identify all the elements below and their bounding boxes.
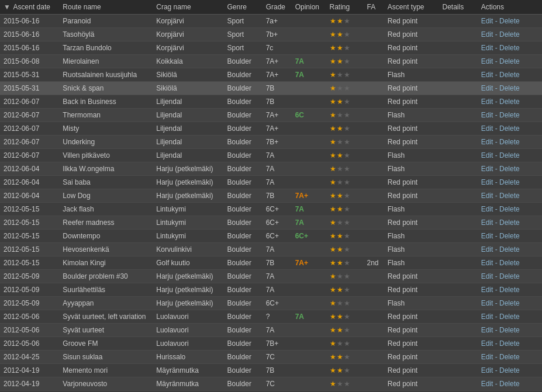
- edit-link[interactable]: Edit: [481, 299, 493, 307]
- edit-link[interactable]: Edit: [481, 313, 493, 321]
- edit-link[interactable]: Edit: [481, 98, 493, 106]
- route-name: Ruotsalainen kuusijuhla: [59, 68, 153, 82]
- star-filled-icon: ★: [337, 57, 343, 65]
- delete-link[interactable]: Delete: [499, 57, 520, 65]
- rating: ★★★: [326, 337, 364, 351]
- rating: ★★★: [326, 310, 364, 324]
- route-name: Kimolan Kingi: [59, 256, 153, 270]
- edit-link[interactable]: Edit: [481, 259, 493, 267]
- actions: Edit - Delete: [478, 337, 542, 351]
- delete-link[interactable]: Delete: [499, 98, 520, 106]
- col-header-details[interactable]: Details: [439, 0, 478, 15]
- edit-link[interactable]: Edit: [481, 17, 493, 25]
- col-header-rating[interactable]: Rating: [326, 0, 364, 15]
- fa: [363, 28, 384, 41]
- edit-link[interactable]: Edit: [481, 84, 493, 92]
- delete-link[interactable]: Delete: [499, 178, 520, 186]
- ascent-date: 2012-05-09: [0, 283, 59, 297]
- star-empty-icon: ★: [344, 30, 350, 39]
- col-header-fa[interactable]: FA: [363, 0, 384, 15]
- delete-link[interactable]: Delete: [499, 151, 520, 159]
- delete-link[interactable]: Delete: [499, 232, 520, 240]
- star-filled-icon: ★: [337, 313, 343, 321]
- delete-link[interactable]: Delete: [499, 286, 520, 294]
- edit-link[interactable]: Edit: [481, 232, 493, 240]
- edit-link[interactable]: Edit: [481, 272, 493, 280]
- delete-link[interactable]: Delete: [499, 353, 520, 361]
- edit-link[interactable]: Edit: [481, 138, 493, 146]
- ascent-type: Flash: [384, 68, 439, 82]
- delete-link[interactable]: Delete: [499, 339, 520, 348]
- delete-link[interactable]: Delete: [499, 380, 520, 388]
- col-header-crag[interactable]: Crag name: [153, 0, 223, 15]
- edit-link[interactable]: Edit: [481, 366, 493, 374]
- delete-link[interactable]: Delete: [499, 44, 520, 52]
- delete-link[interactable]: Delete: [499, 71, 520, 79]
- delete-link[interactable]: Delete: [499, 30, 520, 39]
- edit-link[interactable]: Edit: [481, 380, 493, 388]
- col-header-date[interactable]: ▼ Ascent date: [0, 0, 59, 15]
- delete-link[interactable]: Delete: [499, 192, 520, 200]
- delete-link[interactable]: Delete: [499, 313, 520, 321]
- rating: ★★★: [326, 28, 364, 41]
- star-rating: ★★★: [330, 380, 350, 388]
- edit-link[interactable]: Edit: [481, 326, 493, 334]
- delete-link[interactable]: Delete: [499, 245, 520, 254]
- edit-link[interactable]: Edit: [481, 339, 493, 348]
- edit-link[interactable]: Edit: [481, 178, 493, 186]
- edit-link[interactable]: Edit: [481, 192, 493, 200]
- grade: 7A+: [263, 55, 292, 68]
- edit-link[interactable]: Edit: [481, 71, 493, 79]
- route-name: Hevosenkenkä: [59, 243, 153, 256]
- delete-link[interactable]: Delete: [499, 138, 520, 146]
- delete-link[interactable]: Delete: [499, 165, 520, 173]
- col-header-genre[interactable]: Genre: [224, 0, 263, 15]
- edit-link[interactable]: Edit: [481, 218, 493, 227]
- ascent-type: Red point: [384, 82, 439, 95]
- crag-name: Mäyränmutka: [153, 364, 223, 377]
- opinion: [292, 82, 326, 95]
- edit-link[interactable]: Edit: [481, 286, 493, 294]
- star-filled-icon: ★: [330, 84, 336, 92]
- delete-link[interactable]: Delete: [499, 205, 520, 213]
- delete-link[interactable]: Delete: [499, 366, 520, 374]
- delete-link[interactable]: Delete: [499, 218, 520, 227]
- edit-link[interactable]: Edit: [481, 124, 493, 133]
- crag-name: Luolavuori: [153, 310, 223, 324]
- crag-name: Lintukymi: [153, 230, 223, 243]
- star-filled-icon: ★: [330, 366, 336, 374]
- delete-link[interactable]: Delete: [499, 299, 520, 307]
- table-row: 2012-04-25 Sisun suklaa Hurissalo Boulde…: [0, 351, 542, 364]
- col-header-opinion[interactable]: Opinion: [292, 0, 326, 15]
- delete-link[interactable]: Delete: [499, 326, 520, 334]
- edit-link[interactable]: Edit: [481, 353, 493, 361]
- delete-link[interactable]: Delete: [499, 111, 520, 119]
- delete-link[interactable]: Delete: [499, 17, 520, 25]
- col-header-grade[interactable]: Grade: [263, 0, 292, 15]
- rating: ★★★: [326, 189, 364, 203]
- delete-link[interactable]: Delete: [499, 124, 520, 133]
- star-filled-icon: ★: [337, 232, 343, 240]
- ascent-type: Red point: [384, 95, 439, 109]
- star-rating: ★★★: [330, 366, 350, 374]
- edit-link[interactable]: Edit: [481, 30, 493, 39]
- col-header-ascent[interactable]: Ascent type: [384, 0, 439, 15]
- col-header-route[interactable]: Route name: [59, 0, 153, 15]
- delete-link[interactable]: Delete: [499, 259, 520, 267]
- crag-name: Harju (petkelmäki): [153, 176, 223, 189]
- col-header-actions[interactable]: Actions: [478, 0, 542, 15]
- crag-name: Liljendal: [153, 95, 223, 109]
- delete-link[interactable]: Delete: [499, 272, 520, 280]
- edit-link[interactable]: Edit: [481, 165, 493, 173]
- edit-link[interactable]: Edit: [481, 44, 493, 52]
- edit-link[interactable]: Edit: [481, 57, 493, 65]
- star-empty-icon: ★: [344, 151, 350, 159]
- fa: [363, 283, 384, 297]
- fa: [363, 136, 384, 149]
- edit-link[interactable]: Edit: [481, 111, 493, 119]
- edit-link[interactable]: Edit: [481, 205, 493, 213]
- edit-link[interactable]: Edit: [481, 245, 493, 254]
- edit-link[interactable]: Edit: [481, 151, 493, 159]
- fa: [363, 364, 384, 377]
- delete-link[interactable]: Delete: [499, 84, 520, 92]
